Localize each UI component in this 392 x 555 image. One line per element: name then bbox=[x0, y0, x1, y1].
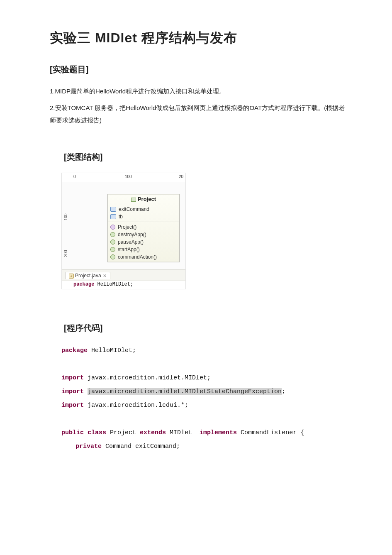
uml-diagram-screenshot: 0 100 20 100 200 Project exitCommand tb … bbox=[61, 173, 186, 289]
uml-class-box: Project exitCommand tb Project() destroy… bbox=[107, 194, 180, 262]
editor-tab-bar: JProject.java✕ bbox=[62, 269, 185, 280]
editor-tab-label: Project.java bbox=[75, 273, 101, 279]
implements-name: CommandListener { bbox=[237, 429, 304, 436]
ruler-tick: 0 bbox=[73, 174, 76, 179]
uml-method: Project() bbox=[110, 223, 177, 231]
method-icon bbox=[110, 247, 115, 252]
uml-method: commandAction() bbox=[110, 253, 177, 261]
uml-canvas: Project exitCommand tb Project() destroy… bbox=[62, 182, 185, 269]
ruler-tick: 100 bbox=[63, 213, 68, 220]
heading-topics: [实验题目] bbox=[50, 64, 346, 75]
code-text: javax.microedition.lcdui.*; bbox=[84, 402, 188, 409]
method-icon bbox=[110, 232, 115, 237]
uml-methods: Project() destroyApp() pauseApp() startA… bbox=[108, 222, 179, 262]
uml-class-name: Project bbox=[138, 196, 156, 202]
editor-preview-line: package HelloMIDlet; bbox=[62, 280, 185, 289]
extends-name: MIDlet bbox=[166, 429, 200, 436]
kw-import: import bbox=[61, 402, 84, 409]
kw-public: public bbox=[61, 429, 84, 436]
topic-1: 1.MIDP最简单的HelloWorld程序进行改编加入接口和菜单处理。 bbox=[50, 85, 346, 98]
editor-tab[interactable]: JProject.java✕ bbox=[65, 272, 110, 279]
method-icon bbox=[110, 254, 115, 259]
class-icon bbox=[131, 198, 136, 202]
code-text: Command exitCommand; bbox=[102, 443, 180, 450]
ruler-top: 0 100 20 bbox=[62, 173, 185, 182]
uml-field: exitCommand bbox=[110, 205, 177, 213]
highlighted-text: javax.microedition.midlet.MIDletStateCha… bbox=[88, 388, 282, 395]
uml-field-label: exitCommand bbox=[119, 205, 149, 213]
kw-private: private bbox=[75, 443, 102, 450]
ruler-tick: 20 bbox=[179, 174, 183, 179]
heading-class-diagram: [类图结构] bbox=[64, 152, 346, 163]
close-icon[interactable]: ✕ bbox=[103, 273, 107, 278]
constructor-icon bbox=[110, 225, 115, 230]
ruler-tick: 100 bbox=[125, 174, 132, 179]
kw-class: class bbox=[88, 429, 106, 436]
uml-field: tb bbox=[110, 213, 177, 220]
kw-import: import bbox=[61, 388, 84, 395]
ruler-tick: 200 bbox=[63, 250, 68, 257]
heading-code: [程序代码] bbox=[64, 323, 346, 334]
kw-package: package bbox=[61, 347, 88, 354]
uml-method-label: pauseApp() bbox=[118, 238, 144, 246]
uml-class-title: Project bbox=[108, 194, 179, 204]
uml-fields: exitCommand tb bbox=[108, 204, 179, 222]
uml-method-label: commandAction() bbox=[118, 253, 157, 261]
class-name: Project bbox=[106, 429, 140, 436]
uml-field-label: tb bbox=[119, 213, 123, 220]
code-text: HelloMIDlet; bbox=[88, 347, 136, 354]
uml-method: destroyApp() bbox=[110, 231, 177, 238]
uml-method: pauseApp() bbox=[110, 238, 177, 246]
kw: package bbox=[73, 281, 94, 287]
pkg: HelloMIDlet; bbox=[94, 281, 133, 287]
code-text: ; bbox=[282, 388, 285, 395]
topic-2: 2.安装TOMCAT 服务器，把HelloWorld做成包后放到网页上通过模拟器… bbox=[50, 102, 346, 127]
uml-method-label: destroyApp() bbox=[118, 231, 146, 238]
ruler-left: 100 200 bbox=[63, 182, 71, 268]
uml-method: startApp() bbox=[110, 246, 177, 253]
java-file-icon: J bbox=[69, 274, 74, 279]
method-icon bbox=[110, 240, 115, 244]
field-icon bbox=[110, 214, 116, 219]
code-block: package HelloMIDlet; import javax.microe… bbox=[61, 344, 346, 453]
kw-implements: implements bbox=[200, 429, 237, 436]
kw-import: import bbox=[61, 374, 84, 381]
uml-method-label: startApp() bbox=[118, 246, 140, 253]
uml-method-label: Project() bbox=[118, 223, 136, 231]
field-icon bbox=[110, 207, 116, 212]
kw-extends: extends bbox=[140, 429, 166, 436]
doc-title: 实验三 MIDlet 程序结构与发布 bbox=[50, 29, 346, 47]
code-text: javax.microedition.midlet.MIDlet; bbox=[84, 374, 211, 381]
